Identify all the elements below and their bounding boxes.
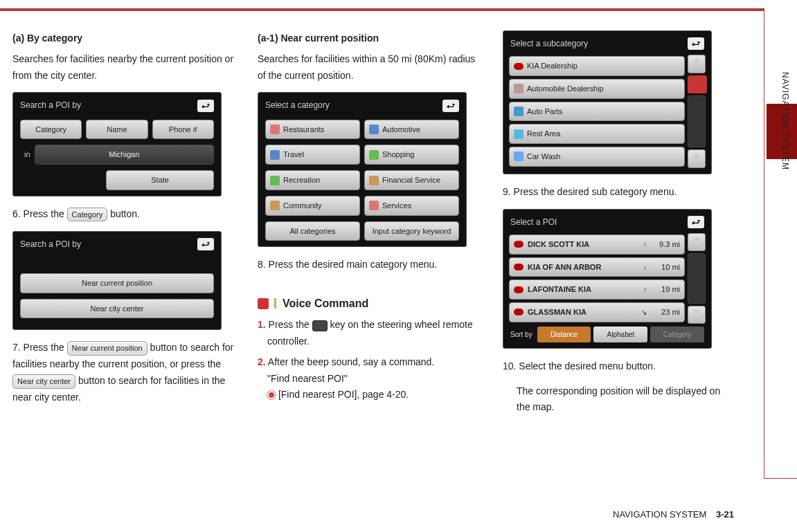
category-btn[interactable]: Restaurants	[265, 120, 360, 140]
sort-label: Sort by	[510, 329, 532, 340]
ui2-option[interactable]: Near current position	[20, 273, 214, 293]
subcategory-item[interactable]: Rest Area	[509, 124, 685, 144]
kia-logo-icon	[514, 264, 523, 270]
subcategory-icon	[514, 63, 523, 70]
scroll-bottom-icon[interactable]: ⮟	[688, 306, 706, 324]
direction-arrow-icon: ↑	[643, 239, 647, 250]
category-btn[interactable]: Financial Service	[364, 170, 459, 190]
back-icon[interactable]: ⮐	[688, 37, 704, 50]
column-left: (a) By category Searches for facilities …	[12, 30, 234, 424]
step-6: 6. Press the Category button.	[12, 206, 234, 223]
ui3-title: Select a category	[265, 98, 330, 112]
ui5-list: DICK SCOTT KIA↑9.3 miKIA OF ANN ARBOR↓10…	[509, 233, 685, 324]
back-icon[interactable]: ⮐	[688, 216, 704, 228]
back-icon[interactable]: ⮐	[197, 100, 214, 112]
step-9: 9. Press the desired sub category menu.	[503, 184, 724, 201]
category-bottom-btn[interactable]: Input category keyword	[364, 221, 459, 241]
intro-a1: Searches for facilities within a 50 mi (…	[258, 51, 479, 84]
ui3-grid: RestaurantsAutomotiveTravelShoppingRecre…	[261, 117, 463, 219]
category-icon	[270, 150, 280, 160]
heading-a: (a) By category	[12, 30, 234, 47]
ui5-title: Select a POI	[510, 215, 557, 229]
ui1-btn-name[interactable]: Name	[86, 120, 147, 140]
category-bottom-btn[interactable]: All categories	[265, 221, 360, 241]
ui1-top-row: CategoryNamePhone #	[16, 117, 218, 143]
ui1-btn-phone[interactable]: Phone #	[152, 120, 214, 140]
footer-page: 3-21	[716, 509, 734, 520]
pin-icon	[267, 391, 276, 399]
subcategory-item[interactable]: KIA Dealership	[509, 56, 685, 76]
side-section-label: NAVIGATION SYSTEM	[778, 72, 790, 293]
near-current-pill: Near current position	[67, 341, 147, 356]
near-city-pill: Near city center	[12, 374, 75, 389]
voice-app-icon	[258, 298, 269, 309]
ui2-option[interactable]: Near city center	[20, 299, 214, 319]
state-name-btn[interactable]: Michigan	[35, 145, 214, 165]
poi-item[interactable]: LAFONTAINE KIA↑19 mi	[509, 279, 685, 300]
step-10b: The corresponding position will be displ…	[503, 383, 724, 416]
category-btn[interactable]: Travel	[265, 145, 360, 165]
step-7: 7. Press the Near current position butto…	[12, 340, 234, 405]
ui2-options: Near current positionNear city center	[16, 270, 218, 321]
scroll-top-icon[interactable]: ⮝	[688, 233, 706, 251]
ui3-bottom-row: All categoriesInput category keyword	[261, 219, 463, 244]
subcategory-item[interactable]: Automobile Dealership	[509, 79, 685, 99]
poi-item[interactable]: KIA OF ANN ARBOR↓10 mi	[509, 257, 685, 277]
vc-quote: "Find nearest POI"	[267, 371, 479, 387]
category-icon	[270, 176, 280, 185]
poi-item[interactable]: GLASSMAN KIA↘23 mi	[509, 302, 685, 322]
page-footer: NAVIGATION SYSTEM 3-21	[0, 509, 734, 520]
subcategory-icon	[514, 107, 523, 116]
ui-search-poi-by: Search a POI by ⮐ CategoryNamePhone # in…	[12, 92, 222, 196]
kia-logo-icon	[514, 286, 523, 293]
category-pill: Category	[67, 208, 108, 222]
ui-select-subcategory: Select a subcategory ⮐ KIA DealershipAut…	[503, 30, 712, 174]
ui4-title: Select a subcategory	[510, 37, 588, 51]
state-button[interactable]: State	[106, 170, 214, 190]
subcategory-item[interactable]: Car Wash	[509, 147, 685, 167]
ui-select-category: Select a category ⮐ RestaurantsAutomotiv…	[258, 92, 467, 247]
subcategory-icon	[514, 129, 523, 139]
direction-arrow-icon: ↘	[641, 306, 647, 318]
scroll-track	[688, 95, 706, 147]
subcategory-item[interactable]: Auto Parts	[509, 102, 685, 122]
step-8: 8. Press the desired main category menu.	[258, 257, 479, 273]
scroll-controls: ⮝ ⮟	[688, 233, 706, 324]
category-btn[interactable]: Shopping	[364, 145, 459, 165]
ui-select-poi: Select a POI ⮐ DICK SCOTT KIA↑9.3 miKIA …	[503, 209, 712, 349]
footer-section: NAVIGATION SYSTEM	[613, 509, 706, 520]
category-btn[interactable]: Community	[265, 196, 360, 216]
scroll-thumb[interactable]	[688, 75, 707, 93]
scroll-top-icon[interactable]: ⮝	[688, 55, 706, 73]
step-10a: 10. Select the desired menu button.	[503, 358, 724, 375]
heading-a1: (a-1) Near current position	[258, 30, 479, 47]
scroll-track	[688, 253, 706, 304]
back-icon[interactable]: ⮐	[197, 238, 214, 250]
ui2-title: Search a POI by	[20, 237, 81, 251]
category-icon	[369, 125, 379, 134]
category-icon	[369, 150, 379, 160]
sort-alphabet[interactable]: Alphabet	[593, 327, 647, 342]
category-btn[interactable]: Recreation	[265, 170, 360, 190]
steering-voice-key-icon	[312, 320, 328, 331]
voice-command-title: Voice Command	[283, 294, 368, 313]
sort-distance[interactable]: Distance	[537, 327, 591, 342]
sort-category[interactable]: Category	[650, 327, 704, 342]
ui-search-poi-by-2: Search a POI by ⮐ Near current positionN…	[12, 231, 222, 331]
intro-a: Searches for facilities nearby the curre…	[12, 51, 234, 84]
ui1-title: Search a POI by	[20, 98, 81, 112]
kia-logo-icon	[514, 309, 523, 315]
poi-item[interactable]: DICK SCOTT KIA↑9.3 mi	[509, 235, 685, 255]
scroll-bottom-icon[interactable]: ⮟	[688, 149, 706, 167]
back-icon[interactable]: ⮐	[442, 100, 459, 112]
category-btn[interactable]: Automotive	[364, 120, 459, 140]
sound-wave-icon: ⦚	[273, 294, 278, 313]
scroll-controls: ⮝ ⮟	[688, 55, 706, 167]
subcategory-icon	[514, 84, 523, 93]
category-icon	[270, 125, 280, 134]
top-accent-bar	[0, 8, 764, 11]
ui1-btn-category[interactable]: Category	[20, 120, 82, 140]
direction-arrow-icon: ↑	[643, 284, 647, 295]
category-btn[interactable]: Services	[364, 196, 459, 216]
category-icon	[369, 176, 379, 185]
